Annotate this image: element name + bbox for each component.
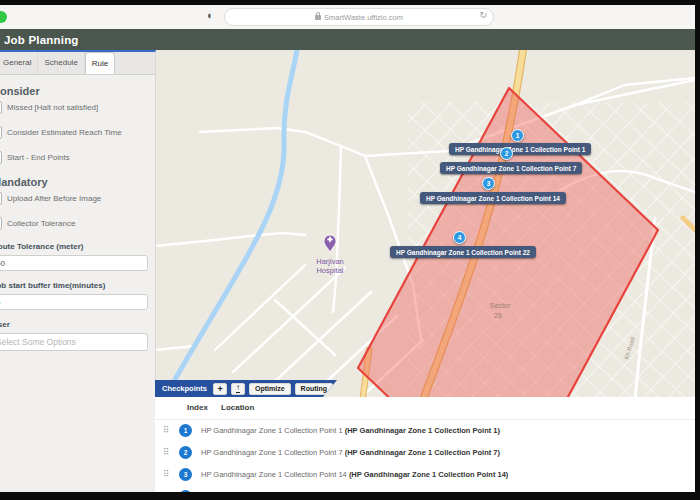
add-checkpoint-button[interactable]: + bbox=[213, 383, 227, 395]
checkbox-icon[interactable] bbox=[0, 192, 2, 205]
route-tolerance-input[interactable] bbox=[0, 255, 148, 271]
checkbox-row-missed[interactable]: Missed [Halt not satisfied] bbox=[0, 101, 147, 114]
reload-icon[interactable]: ↻ bbox=[479, 10, 487, 20]
job-buffer-input[interactable] bbox=[0, 294, 148, 310]
row-location-bold: (HP Gandhinagar Zone 1 Collection Point … bbox=[345, 448, 500, 457]
tab-rule[interactable]: Rule bbox=[85, 52, 115, 74]
checkbox-label: Upload After Before Image bbox=[7, 194, 101, 203]
url-text: SmartWaste.uffizio.com bbox=[315, 13, 403, 22]
screenshot-root: ◐ SmartWaste.uffizio.com ↻ Job Planning bbox=[0, 0, 700, 500]
checkpoints-title: Checkpoints bbox=[162, 384, 207, 393]
tab-bar: General Schedule Rule bbox=[0, 52, 155, 75]
map-marker-2[interactable]: 2 bbox=[500, 147, 513, 160]
row-index-badge: 2 bbox=[179, 446, 192, 459]
upload-button[interactable]: ↑ bbox=[231, 383, 245, 395]
page-title: Job Planning bbox=[4, 34, 79, 46]
checkbox-icon[interactable] bbox=[0, 126, 2, 139]
shield-icon[interactable]: ◐ bbox=[207, 9, 214, 21]
row-location-name: HP Gandhinagar Zone 1 Collection Point 7 bbox=[201, 448, 345, 457]
table-row[interactable]: ⠿ 4 HP Gandhinagar Zone 1 Collection Poi… bbox=[155, 485, 695, 492]
sector-label-line2: 26 bbox=[494, 312, 502, 319]
traffic-light-green-icon[interactable] bbox=[0, 11, 7, 23]
route-tolerance-label: Route Tolerance (meter) bbox=[0, 242, 147, 251]
row-location: HP Gandhinagar Zone 1 Collection Point 1… bbox=[201, 470, 508, 479]
row-index-badge: 3 bbox=[179, 468, 192, 481]
column-header-location: Location bbox=[221, 403, 254, 412]
drag-handle-icon[interactable]: ⠿ bbox=[163, 426, 170, 435]
checkbox-label: Missed [Halt not satisfied] bbox=[7, 103, 98, 112]
checkbox-icon[interactable] bbox=[0, 151, 2, 164]
optimize-button[interactable]: Optimize bbox=[249, 383, 291, 395]
map-marker-3[interactable]: 3 bbox=[482, 177, 495, 190]
hospital-label-line1: Harjivan bbox=[316, 257, 344, 266]
app-header: Job Planning bbox=[0, 29, 700, 50]
tab-general[interactable]: General bbox=[0, 52, 38, 74]
checkbox-row-estimated-reach[interactable]: Consider Estimated Reach Time bbox=[0, 126, 147, 139]
map-marker-1[interactable]: 1 bbox=[511, 129, 524, 142]
section-heading-consider: Consider bbox=[0, 85, 147, 97]
table-row[interactable]: ⠿ 2 HP Gandhinagar Zone 1 Collection Poi… bbox=[155, 441, 695, 463]
row-location-bold: (HP Gandhinagar Zone 1 Collection Point … bbox=[349, 470, 508, 479]
row-location: HP Gandhinagar Zone 1 Collection Point 7… bbox=[201, 448, 500, 457]
section-heading-mandatory: Mandatory bbox=[0, 176, 147, 188]
checkbox-row-upload-image[interactable]: Upload After Before Image bbox=[0, 192, 147, 205]
drag-handle-icon[interactable]: ⠿ bbox=[163, 470, 170, 479]
map-tooltip-point-14: HP Gandhinagar Zone 1 Collection Point 1… bbox=[420, 192, 566, 204]
sector-label-line1: Sector bbox=[490, 302, 511, 309]
table-header: Index Location bbox=[155, 397, 695, 420]
map-marker-4[interactable]: 4 bbox=[453, 231, 466, 244]
row-location-bold: (HP Gandhinagar Zone 1 Collection Point … bbox=[345, 426, 500, 435]
hospital-label-line2: Hospital bbox=[316, 266, 343, 275]
browser-toolbar: ◐ SmartWaste.uffizio.com ↻ bbox=[0, 5, 700, 30]
map-tooltip-point-7: HP Gandhinagar Zone 1 Collection Point 7 bbox=[440, 162, 582, 174]
url-bar[interactable]: SmartWaste.uffizio.com ↻ bbox=[224, 8, 494, 26]
map-tooltip-point-22: HP Gandhinagar Zone 1 Collection Point 2… bbox=[390, 246, 536, 258]
url-value: SmartWaste.uffizio.com bbox=[324, 13, 403, 22]
checkbox-icon[interactable] bbox=[0, 217, 2, 230]
row-index-badge: 1 bbox=[179, 424, 192, 437]
column-header-index: Index bbox=[187, 403, 208, 412]
checkbox-label: Consider Estimated Reach Time bbox=[7, 128, 122, 137]
tab-schedule[interactable]: Schedule bbox=[38, 52, 84, 74]
map-tooltip-point-1: HP Gandhinagar Zone 1 Collection Point 1 bbox=[449, 143, 591, 155]
frame-bar-bottom bbox=[0, 492, 700, 500]
checkbox-label: Collector Tolerance bbox=[7, 219, 75, 228]
user-select-input[interactable] bbox=[0, 333, 148, 351]
user-label: User bbox=[0, 320, 147, 329]
row-location: HP Gandhinagar Zone 1 Collection Point 1… bbox=[201, 426, 500, 435]
row-location-name: HP Gandhinagar Zone 1 Collection Point 1 bbox=[201, 426, 345, 435]
rule-settings-panel: General Schedule Rule Consider Missed [H… bbox=[0, 50, 156, 494]
table-row[interactable]: ⠿ 1 HP Gandhinagar Zone 1 Collection Poi… bbox=[155, 419, 695, 441]
upload-icon: ↑ bbox=[236, 384, 240, 393]
checkpoints-table: Index Location ⠿ 1 HP Gandhinagar Zone 1… bbox=[155, 397, 695, 492]
frame-bar-right bbox=[695, 0, 700, 500]
checkbox-row-start-end-points[interactable]: Start - End Points bbox=[0, 151, 147, 164]
checkbox-row-collector-tolerance[interactable]: Collector Tolerance bbox=[0, 217, 147, 230]
table-row[interactable]: ⠿ 3 HP Gandhinagar Zone 1 Collection Poi… bbox=[155, 463, 695, 485]
job-buffer-label: Job start buffer time(minutes) bbox=[0, 281, 147, 290]
lock-icon bbox=[315, 15, 321, 20]
panel-content: Consider Missed [Halt not satisfied] Con… bbox=[0, 75, 155, 351]
checkbox-label: Start - End Points bbox=[7, 153, 70, 162]
checkbox-icon[interactable] bbox=[0, 101, 2, 114]
frame-bar-top bbox=[0, 0, 700, 5]
drag-handle-icon[interactable]: ⠿ bbox=[163, 448, 170, 457]
checkpoints-toolbar: Checkpoints + ↑ Optimize Routing bbox=[155, 380, 337, 397]
row-location-name: HP Gandhinagar Zone 1 Collection Point 1… bbox=[201, 470, 349, 479]
